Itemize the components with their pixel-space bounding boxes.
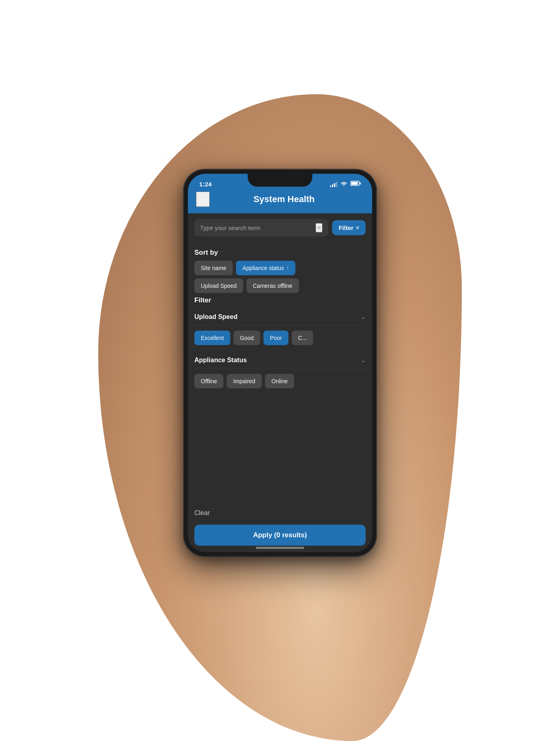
status-time: 1:24 xyxy=(199,181,212,188)
chevron-down-icon: ⌄ xyxy=(361,313,366,320)
signal-icon xyxy=(330,181,337,187)
sort-chip-site-name[interactable]: Site name xyxy=(194,260,233,275)
search-clear-button[interactable]: ✕ xyxy=(316,223,322,232)
filter-chip-good[interactable]: Good xyxy=(234,330,260,345)
filter-chip-online[interactable]: Online xyxy=(265,374,294,388)
svg-point-0 xyxy=(343,185,345,186)
battery-icon xyxy=(350,181,361,188)
filter-group-upload-speed-title: Upload Speed xyxy=(194,313,238,320)
filter-group-appliance-status: Appliance Status ⌄ Offline Impaired xyxy=(194,351,366,388)
phone-shell: 1:24 xyxy=(183,169,377,557)
chevron-down-icon-2: ⌄ xyxy=(361,357,366,363)
sort-by-label: Sort by xyxy=(194,248,366,256)
filter-chip-poor[interactable]: Poor xyxy=(263,330,288,345)
filter-chip-critical[interactable]: C... xyxy=(292,330,314,345)
svg-rect-2 xyxy=(351,182,358,185)
page-title: System Health xyxy=(216,194,352,204)
filter-group-upload-speed-header[interactable]: Upload Speed ⌄ xyxy=(194,308,366,325)
status-icons xyxy=(330,181,361,188)
wifi-icon xyxy=(340,181,348,188)
search-placeholder: Type your search term xyxy=(200,224,312,231)
sort-chip-appliance-status[interactable]: Appliance status ↑ xyxy=(236,260,295,275)
upload-speed-chips: Excellent Good Poor C... xyxy=(194,330,366,345)
search-bar-row: Type your search term ✕ Filter ≡ xyxy=(188,213,372,242)
filter-chip-offline[interactable]: Offline xyxy=(194,374,223,388)
filter-chip-impaired[interactable]: Impaired xyxy=(227,374,261,388)
filter-group-upload-speed: Upload Speed ⌄ Excellent Good xyxy=(194,308,366,345)
back-button[interactable]: ← xyxy=(196,191,210,207)
svg-rect-3 xyxy=(360,182,361,185)
home-indicator xyxy=(256,547,304,549)
sort-chips-row-2: Upload Speed Cameras offline xyxy=(194,278,366,293)
search-input-wrap[interactable]: Type your search term ✕ xyxy=(194,219,328,236)
appliance-status-chips: Offline Impaired Online xyxy=(194,374,366,388)
filter-group-appliance-status-header[interactable]: Appliance Status ⌄ xyxy=(194,351,366,369)
bottom-area: Clear Apply (0 results) xyxy=(188,502,372,552)
filter-section: Filter Upload Speed ⌄ Excellent xyxy=(194,296,366,388)
sort-chip-cameras-offline[interactable]: Cameras offline xyxy=(246,278,299,293)
app-content: 1:24 xyxy=(188,173,372,552)
clear-button[interactable]: Clear xyxy=(194,506,210,519)
filter-button[interactable]: Filter ≡ xyxy=(332,220,366,235)
filter-label: Filter xyxy=(339,224,354,231)
sort-chip-upload-speed[interactable]: Upload Speed xyxy=(194,278,243,293)
sort-arrow-icon: ↑ xyxy=(286,265,289,270)
sort-chips-row: Site name Appliance status ↑ xyxy=(194,260,366,275)
phone-screen-bezel: 1:24 xyxy=(188,173,372,552)
scene: 1:24 xyxy=(0,0,560,741)
filter-icon: ≡ xyxy=(356,224,359,231)
apply-button[interactable]: Apply (0 results) xyxy=(194,524,366,545)
filter-section-label: Filter xyxy=(194,296,366,304)
filter-chip-excellent[interactable]: Excellent xyxy=(194,330,230,345)
phone-notch xyxy=(248,173,312,186)
filter-group-appliance-status-title: Appliance Status xyxy=(194,356,247,363)
app-body: Sort by Site name Appliance status ↑ xyxy=(188,242,372,502)
